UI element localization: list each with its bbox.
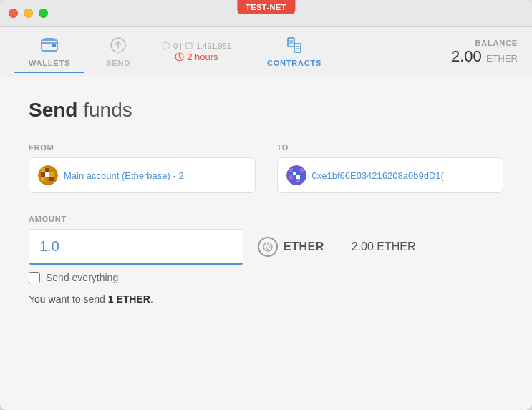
sync-time: 2 hours — [175, 52, 218, 62]
wallets-label: WALLETS — [29, 59, 70, 67]
to-input-container — [277, 157, 504, 193]
to-input[interactable] — [312, 170, 495, 181]
wallets-icon — [41, 37, 58, 56]
app-window: TEST-NET WALLETS — [0, 0, 532, 410]
svg-rect-1 — [52, 44, 56, 47]
to-field-group: TO — [277, 143, 504, 193]
svg-rect-32 — [300, 179, 304, 182]
svg-rect-8 — [45, 168, 49, 172]
svg-rect-12 — [49, 172, 54, 177]
page-title: Send funds — [29, 99, 503, 122]
amount-row: ETHER 2.00 ETHER — [29, 229, 503, 265]
available-balance: 2.00 ETHER — [352, 240, 416, 253]
svg-rect-26 — [293, 175, 296, 179]
from-to-section: FROM — [29, 143, 503, 193]
main-content: Send funds FROM — [0, 77, 532, 410]
from-avatar — [38, 165, 58, 185]
svg-rect-19 — [296, 168, 300, 172]
currency-display: ETHER 2.00 ETHER — [258, 237, 416, 257]
svg-rect-29 — [289, 179, 293, 182]
balance-section: BALANCE 2.00 ETHER — [451, 39, 518, 66]
svg-rect-28 — [300, 175, 304, 179]
amount-label: AMOUNT — [29, 215, 503, 223]
svg-rect-24 — [300, 172, 304, 175]
svg-rect-17 — [289, 168, 293, 172]
sync-info: 0 | 1,491,951 2 hours — [147, 36, 246, 68]
svg-rect-30 — [293, 179, 296, 182]
nav-send[interactable]: SEND — [92, 31, 145, 73]
nav-wallets[interactable]: WALLETS — [14, 31, 84, 73]
minimize-button[interactable] — [24, 9, 33, 18]
close-button[interactable] — [9, 9, 18, 18]
from-label: FROM — [29, 143, 256, 152]
svg-rect-18 — [293, 168, 296, 172]
svg-rect-14 — [45, 177, 49, 181]
from-input[interactable] — [64, 170, 246, 181]
titlebar: TEST-NET — [0, 0, 532, 27]
svg-rect-5 — [294, 44, 301, 52]
svg-rect-25 — [289, 175, 293, 179]
summary-text: You want to send 1 ETHER. — [29, 293, 503, 305]
testnet-badge: TEST-NET — [237, 0, 295, 14]
send-everything-label[interactable]: Send everything — [46, 272, 118, 283]
svg-rect-4 — [288, 38, 294, 47]
svg-rect-21 — [289, 172, 293, 175]
svg-rect-9 — [49, 168, 54, 172]
svg-rect-13 — [41, 177, 45, 181]
traffic-lights — [9, 9, 48, 18]
currency-label: ETHER — [284, 240, 324, 253]
balance-label: BALANCE — [475, 39, 518, 47]
amount-input[interactable] — [29, 229, 243, 265]
send-everything-row: Send everything — [29, 272, 503, 283]
sync-blocks: 0 | 1,491,951 — [162, 42, 231, 50]
svg-rect-7 — [41, 168, 45, 172]
svg-rect-22 — [293, 172, 296, 175]
nav-contracts[interactable]: CONTRACTS — [253, 31, 336, 73]
svg-rect-27 — [296, 175, 300, 179]
send-icon — [110, 37, 126, 56]
svg-rect-15 — [49, 177, 54, 181]
to-label: TO — [277, 143, 504, 152]
svg-rect-31 — [296, 179, 300, 182]
from-field-group: FROM — [29, 143, 256, 193]
amount-input-wrap — [29, 229, 243, 265]
send-label: SEND — [106, 59, 130, 67]
svg-rect-23 — [296, 172, 300, 175]
nav-items: WALLETS SEND 0 | 1,49 — [14, 31, 451, 73]
to-avatar — [286, 165, 306, 185]
ether-icon — [258, 237, 278, 257]
maximize-button[interactable] — [39, 9, 48, 18]
amount-section: AMOUNT ETHER 2.00 ETHER — [29, 215, 503, 305]
contracts-icon — [286, 37, 303, 56]
svg-rect-20 — [300, 168, 304, 172]
contracts-label: CONTRACTS — [267, 59, 321, 67]
svg-rect-10 — [41, 172, 45, 177]
send-everything-checkbox[interactable] — [29, 272, 40, 283]
svg-rect-11 — [45, 172, 49, 177]
from-input-container — [29, 157, 256, 193]
navbar: WALLETS SEND 0 | 1,49 — [0, 27, 532, 77]
balance-value: 2.00 ETHER — [451, 47, 518, 66]
